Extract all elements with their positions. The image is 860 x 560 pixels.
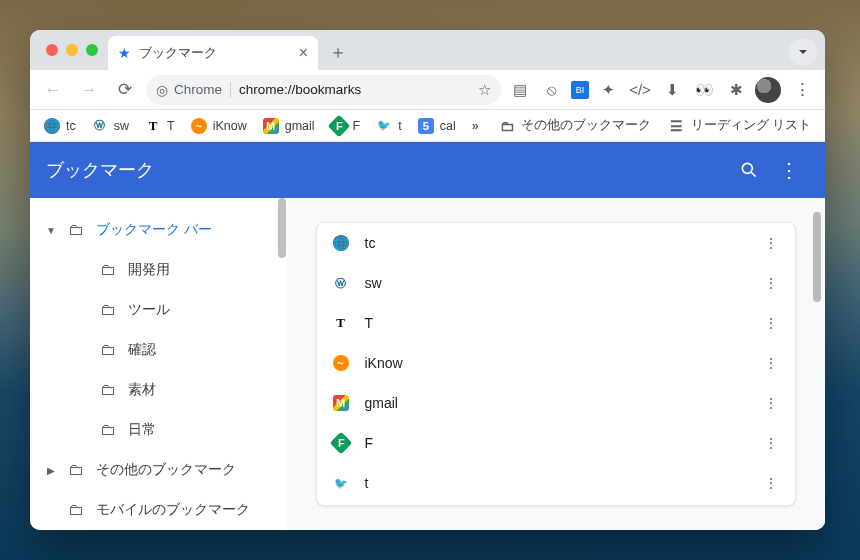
- star-icon: ★: [118, 45, 131, 61]
- folder-icon: 🗀: [100, 421, 120, 439]
- extension-icon[interactable]: ⦸: [539, 77, 565, 103]
- minimize-window-button[interactable]: [66, 44, 78, 56]
- site-chip[interactable]: ◎ Chrome: [156, 82, 231, 98]
- row-menu-button[interactable]: ⋮: [755, 347, 787, 379]
- bookmark-row[interactable]: ~iKnow⋮: [317, 343, 795, 383]
- tab-title: ブックマーク: [139, 45, 217, 62]
- extension-icon[interactable]: ▤: [507, 77, 533, 103]
- reading-list-label: リーディング リスト: [691, 117, 811, 134]
- address-bar[interactable]: ◎ Chrome chrome://bookmarks ☆: [146, 75, 501, 105]
- bookmark-label: F: [353, 119, 361, 133]
- more-menu-button[interactable]: ⋮: [769, 150, 809, 190]
- row-menu-button[interactable]: ⋮: [755, 307, 787, 339]
- tree-item[interactable]: 🗀開発用: [30, 250, 286, 290]
- scrollbar-thumb[interactable]: [813, 212, 821, 302]
- reload-button[interactable]: ⟳: [110, 75, 140, 105]
- tree-label: 日常: [128, 421, 156, 439]
- profile-avatar[interactable]: [755, 77, 781, 103]
- tree-item[interactable]: 🗀ツール: [30, 290, 286, 330]
- folder-icon: 🗀: [100, 261, 120, 279]
- bookmark-title: sw: [365, 275, 382, 291]
- gm-icon: M: [263, 118, 279, 134]
- svg-line-1: [751, 172, 756, 177]
- F-icon: F: [327, 114, 350, 137]
- folder-icon: 🗀: [100, 381, 120, 399]
- tab-strip: ★ ブックマーク × ＋: [30, 30, 825, 70]
- scrollbar-thumb[interactable]: [278, 198, 286, 258]
- bookmark-title: T: [365, 315, 374, 331]
- bookmark-row[interactable]: ⓦsw⋮: [317, 263, 795, 303]
- bookmark-bar-item[interactable]: 5cal: [410, 114, 464, 138]
- new-tab-button[interactable]: ＋: [324, 38, 352, 66]
- cal-icon: 5: [418, 118, 434, 134]
- bookmark-row[interactable]: Mgmail⋮: [317, 383, 795, 423]
- bookmark-label: t: [398, 119, 401, 133]
- extension-icon[interactable]: </>: [627, 77, 653, 103]
- bookmark-label: sw: [114, 119, 129, 133]
- window-controls: [40, 30, 108, 70]
- bookmark-title: F: [365, 435, 374, 451]
- extension-icon[interactable]: ⬇: [659, 77, 685, 103]
- bookmark-bar-item[interactable]: ⓦsw: [84, 114, 137, 138]
- row-menu-button[interactable]: ⋮: [755, 427, 787, 459]
- row-menu-button[interactable]: ⋮: [755, 467, 787, 499]
- row-menu-button[interactable]: ⋮: [755, 227, 787, 259]
- folder-icon: 🗀: [100, 341, 120, 359]
- bookmark-row[interactable]: 🌐tc⋮: [317, 223, 795, 263]
- tree-item[interactable]: 🗀日常: [30, 410, 286, 450]
- row-menu-button[interactable]: ⋮: [755, 387, 787, 419]
- folder-icon: 🗀: [68, 461, 88, 479]
- other-bookmarks-folder[interactable]: 🗀 その他のブックマーク: [491, 113, 659, 138]
- T-icon: T: [145, 118, 161, 134]
- bookmark-bar-item[interactable]: FF: [323, 114, 369, 138]
- browser-window: ★ ブックマーク × ＋ ← → ⟳ ◎ Chrome chrome://boo…: [30, 30, 825, 530]
- bookmark-label: gmail: [285, 119, 315, 133]
- bookmark-bar-item[interactable]: 🌐tc: [36, 114, 84, 138]
- gm-icon: M: [333, 395, 349, 411]
- bookmark-bar-item[interactable]: 🐦t: [368, 114, 409, 138]
- bookmark-bar-item[interactable]: ~iKnow: [183, 114, 255, 138]
- bookmark-row[interactable]: 5cal⋮: [317, 503, 795, 506]
- svg-point-0: [742, 163, 752, 173]
- list-icon: ☰: [669, 118, 685, 134]
- tree-item-mobile-bookmarks[interactable]: 🗀 モバイルのブックマーク: [30, 490, 286, 530]
- tab-search-button[interactable]: [789, 38, 817, 66]
- row-menu-button[interactable]: ⋮: [755, 267, 787, 299]
- zoom-window-button[interactable]: [86, 44, 98, 56]
- tree-label: 確認: [128, 341, 156, 359]
- reading-list-button[interactable]: ☰ リーディング リスト: [661, 113, 819, 138]
- extension-icon[interactable]: ✦: [595, 77, 621, 103]
- tree-item[interactable]: 🗀確認: [30, 330, 286, 370]
- bookmarks-bar: 🌐tcⓦswTT~iKnowMgmailFF🐦t5cal » 🗀 その他のブック…: [30, 110, 825, 142]
- toolbar: ← → ⟳ ◎ Chrome chrome://bookmarks ☆ ▤ ⦸ …: [30, 70, 825, 110]
- chevron-down-icon[interactable]: ▼: [42, 225, 60, 236]
- search-button[interactable]: [729, 150, 769, 190]
- bookmark-row[interactable]: FF⋮: [317, 423, 795, 463]
- bookmark-bar-item[interactable]: Mgmail: [255, 114, 323, 138]
- bookmarks-overflow-button[interactable]: »: [466, 119, 485, 133]
- bookmark-row[interactable]: 🐦t⋮: [317, 463, 795, 503]
- chevron-right-icon[interactable]: ▶: [42, 465, 60, 476]
- F-icon: F: [329, 432, 352, 455]
- ik-icon: ~: [191, 118, 207, 134]
- extensions-button[interactable]: ✱: [723, 77, 749, 103]
- close-window-button[interactable]: [46, 44, 58, 56]
- extension-icon[interactable]: BI: [571, 81, 589, 99]
- tree-label: モバイルのブックマーク: [96, 501, 250, 519]
- tree-item-bookmark-bar[interactable]: ▼ 🗀 ブックマーク バー: [30, 210, 286, 250]
- bookmark-label: tc: [66, 119, 76, 133]
- back-button[interactable]: ←: [38, 75, 68, 105]
- bookmark-bar-item[interactable]: TT: [137, 114, 183, 138]
- tree-label: その他のブックマーク: [96, 461, 236, 479]
- browser-tab[interactable]: ★ ブックマーク ×: [108, 36, 318, 70]
- tree-item-other-bookmarks[interactable]: ▶ 🗀 その他のブックマーク: [30, 450, 286, 490]
- extension-icon[interactable]: 👀: [691, 77, 717, 103]
- bookmark-star-button[interactable]: ☆: [478, 81, 491, 99]
- tree-item[interactable]: 🗀素材: [30, 370, 286, 410]
- forward-button[interactable]: →: [74, 75, 104, 105]
- close-tab-button[interactable]: ×: [299, 44, 308, 62]
- menu-button[interactable]: ⋮: [787, 75, 817, 105]
- bookmark-row[interactable]: TT⋮: [317, 303, 795, 343]
- tree-label: 開発用: [128, 261, 170, 279]
- T-icon: T: [333, 315, 349, 331]
